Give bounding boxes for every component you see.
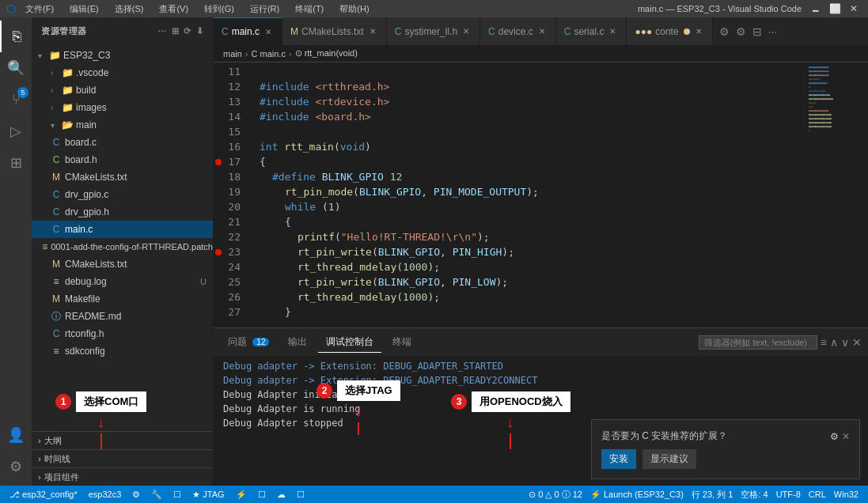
breakpoint-17[interactable] [215,159,222,165]
breakpoint-23[interactable] [215,249,222,255]
tree-item-makefile[interactable]: M Makefile [32,290,213,308]
tree-item-main-folder[interactable]: ▾ 📂 main [32,116,213,134]
sidebar-refresh-icon[interactable]: ⟳ [184,26,191,36]
eol-item[interactable]: CRL [805,486,829,503]
source-control-activity-icon[interactable]: ⑂ 5 [0,84,32,115]
tree-item-images[interactable]: › 📁 images [32,99,213,116]
panel-tab-debug[interactable]: 调试控制台 [318,332,381,353]
tab-serial-close[interactable]: ✕ [607,26,618,36]
build-item[interactable]: 🔧 [148,486,165,503]
tab-split-icon[interactable]: ⚙ [719,25,730,38]
tree-item-readme[interactable]: ⓘ README.md [32,308,213,325]
checkbox-item[interactable]: ☐ [294,486,308,503]
tree-item-cmakelists-main[interactable]: M CMakeLists.txt [32,168,213,186]
platform-item[interactable]: Win32 [831,486,862,503]
indent-item[interactable]: 空格: 4 [737,486,771,503]
menu-item[interactable]: 选择(S) [112,3,147,15]
menu-item[interactable]: 文件(F) [22,3,57,15]
filter-expand-icon[interactable]: ∧ [830,336,838,349]
tab-mainc[interactable]: C main.c ✕ [214,17,282,45]
filter-collapse-icon[interactable]: ∨ [841,336,849,349]
minimize-button[interactable]: 🗕 [808,3,824,14]
breadcrumb-part3[interactable]: ⊙ rtt_main(void) [295,48,358,59]
tree-item-drvgpioc[interactable]: C drv_gpio.c [32,186,213,203]
main-folder-icon: 📂 [62,119,73,130]
tree-item-mainc[interactable]: C main.c [32,221,213,238]
filter-list-icon[interactable]: ≡ [821,336,827,349]
explorer-activity-icon[interactable]: ⎘ [0,21,32,52]
sidebar-tree: ▾ 📁 ESP32_C3 › 📁 .vscode › 📁 build › 📁 [32,45,213,431]
maximize-button[interactable]: ⬜ [827,3,843,14]
notification-close-icon[interactable]: ✕ [842,431,850,442]
settings-activity-icon[interactable]: ⚙ [0,451,32,482]
cursor-position-item[interactable]: 行 23, 列 1 [688,486,737,503]
jtag-item[interactable]: ★ JTAG [189,486,227,503]
panel-tab-problems[interactable]: 问题 12 [220,332,277,352]
panel-tab-terminal[interactable]: 终端 [385,332,419,352]
debug-activity-icon[interactable]: ▷ [0,115,32,147]
tree-root[interactable]: ▾ 📁 ESP32_C3 [32,47,213,64]
cloud-item[interactable]: ☁ [274,486,289,503]
problems-count-item[interactable]: ⊙ 0 △ 0 ⓘ 12 [525,486,586,503]
tab-conte[interactable]: ●●● conte ✕ [627,17,712,45]
board-item[interactable]: esp32c3 [85,486,125,503]
tree-item-vscode[interactable]: › 📁 .vscode [32,64,213,81]
flash2-item[interactable]: ⚡ [233,486,250,503]
tree-item-drvgpioh[interactable]: C drv_gpio.h [32,203,213,221]
menu-item[interactable]: 编辑(E) [66,3,102,15]
tab-device-close[interactable]: ✕ [536,26,548,36]
filter-input[interactable] [699,335,817,350]
tab-settings-icon[interactable]: ⚙ [736,25,746,38]
tab-conte-close[interactable]: ✕ [693,26,704,36]
tree-item-cmakelists-root[interactable]: M CMakeLists.txt [32,255,213,273]
tab-cmakelists-close[interactable]: ✕ [367,26,378,36]
sidebar-more-icon[interactable]: ··· [158,26,167,36]
tab-systimer-close[interactable]: ✕ [461,26,472,36]
notification-install-button[interactable]: 安装 [601,449,636,469]
tab-mainc-close[interactable]: ✕ [263,27,274,37]
menu-item[interactable]: 帮助(H) [336,3,372,15]
menu-item[interactable]: 查看(V) [156,3,191,15]
terminal-item[interactable]: ☐ [255,486,269,503]
tab-more-icon[interactable]: ··· [768,25,778,38]
breadcrumb-part2[interactable]: C main.c [252,49,286,59]
menu-item[interactable]: 终端(T) [292,3,327,15]
tree-item-debuglog[interactable]: ≡ debug.log U [32,273,213,290]
launch-item[interactable]: ⚡ Launch (ESP32_C3) [587,486,687,503]
code-content[interactable]: #include <rtthread.h> #include <rtdevice… [253,62,805,327]
tree-item-sdkconfig[interactable]: ≡ sdkconfig [32,342,213,360]
components-section[interactable]: › 项目组件 [32,467,213,486]
git-branch-item[interactable]: ⎇ esp32_config* [6,486,81,503]
menu-item[interactable]: 转到(G) [201,3,237,15]
code-editor[interactable]: 11 12 13 14 15 16 17 18 19 20 21 22 23 2… [214,62,868,327]
notification-show-button[interactable]: 显示建议 [642,449,696,469]
tree-item-patch[interactable]: ≡ 0001-add-the-config-of-RTTHREAD.patch [32,238,213,255]
tab-layout-icon[interactable]: ⊟ [752,25,762,38]
panel-close-icon[interactable]: ✕ [852,336,862,349]
close-button[interactable]: ✕ [846,3,862,14]
tab-systimer[interactable]: C systimer_ll.h ✕ [387,17,480,45]
panel-tab-output[interactable]: 输出 [280,332,315,352]
tree-item-rtconfigh[interactable]: C rtconfig.h [32,325,213,342]
breadcrumb-part1[interactable]: main [223,49,242,59]
eol-label: CRL [809,490,826,499]
tab-device[interactable]: C device.c ✕ [480,17,556,45]
flash-item[interactable]: ☐ [170,486,184,503]
tab-cmakelists[interactable]: M CMakeLists.txt ✕ [282,17,387,45]
tree-item-boardh[interactable]: C board.h [32,151,213,168]
account-activity-icon[interactable]: 👤 [0,419,32,451]
search-activity-icon[interactable]: 🔍 [0,52,32,84]
tab-serial[interactable]: C serial.c ✕ [556,17,627,45]
outline-section[interactable]: › 大纲 [32,431,213,449]
tree-item-build[interactable]: › 📁 build [32,81,213,99]
code-line-14: #include <board.h> [253,109,805,124]
menu-item[interactable]: 运行(R) [247,3,282,15]
settings-item[interactable]: ⚙ [129,486,143,503]
tree-item-boardc[interactable]: C board.c [32,134,213,151]
timeline-section[interactable]: › 时间线 [32,449,213,467]
sidebar-collapse-icon[interactable]: ⬇ [196,26,204,36]
extensions-activity-icon[interactable]: ⊞ [0,147,32,179]
notification-settings-icon[interactable]: ⚙ [830,431,839,442]
encoding-item[interactable]: UTF-8 [773,486,804,503]
sidebar-new-file-icon[interactable]: ⊞ [172,26,180,36]
